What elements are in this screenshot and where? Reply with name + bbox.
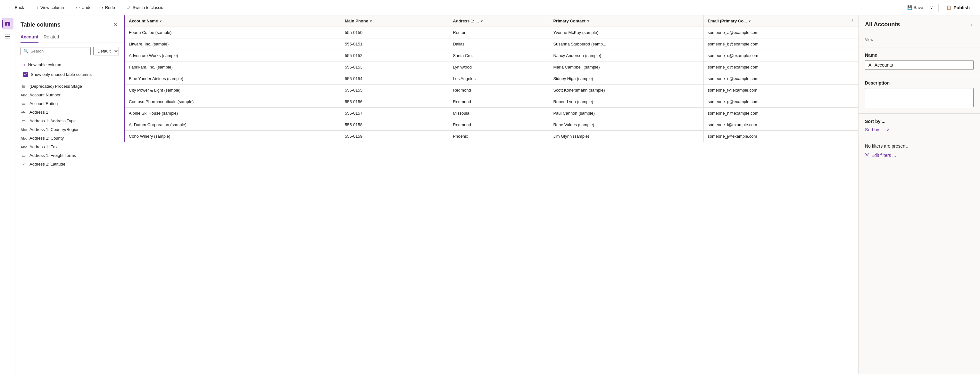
table-row[interactable]: Coho Winery (sample) 555-0159 Phoenix Ji… — [125, 131, 858, 142]
icon-bar-item-1 — [2, 18, 13, 30]
description-field-label: Description — [865, 80, 974, 86]
cell-email: someone_d@example.com — [704, 62, 858, 73]
edit-filters-label: Edit filters ... — [871, 153, 896, 158]
table-row[interactable]: City Power & Light (sample) 555-0155 Red… — [125, 84, 858, 96]
name-field-label: Name — [865, 52, 974, 58]
description-section: Description — [859, 75, 980, 114]
column-label: Address 1: Latitude — [29, 162, 65, 166]
redo-icon: ↪ — [99, 5, 103, 10]
cell-primary-contact: Scott Konersmann (sample) — [549, 84, 704, 96]
grid-icon: ⊞ — [21, 84, 27, 89]
table-row[interactable]: Adventure Works (sample) 555-0152 Santa … — [125, 50, 858, 62]
abc-icon: Abc — [21, 93, 27, 97]
table-row[interactable]: Fabrikam, Inc. (sample) 555-0153 Lynnwoo… — [125, 62, 858, 73]
switch-icon: ⤢ — [127, 5, 131, 10]
left-panel-header: Table columns ✕ — [15, 15, 124, 32]
cell-address: Redmond — [449, 84, 549, 96]
tab-account[interactable]: Account — [21, 32, 38, 43]
show-unused-row[interactable]: Show only unused table columns — [21, 70, 119, 78]
list-item[interactable]: Abc Account Number — [18, 90, 121, 99]
redo-button[interactable]: ↪ Redo — [96, 3, 118, 12]
default-dropdown[interactable]: Default — [93, 47, 119, 55]
list-item[interactable]: ▭ Account Rating — [18, 99, 121, 108]
view-column-button[interactable]: + View column — [33, 3, 67, 12]
close-panel-button[interactable]: ✕ — [112, 21, 119, 29]
table-columns-panel: Table columns ✕ Account Related 🔍 Defaul… — [15, 15, 124, 374]
cell-primary-contact: Jim Glynn (sample) — [549, 131, 704, 142]
edit-filters-button[interactable]: Edit filters ... — [865, 152, 896, 158]
column-header-account-name[interactable]: Account Name ∨ — [125, 15, 341, 27]
sort-by-section: Sort by ... Sort by ... ∨ — [859, 114, 980, 138]
table-row[interactable]: Litware, Inc. (sample) 555-0151 Dallas S… — [125, 38, 858, 50]
cell-account-name: Alpine Ski House (sample) — [125, 108, 341, 119]
save-dropdown-button[interactable]: ∨ — [928, 3, 936, 12]
close-icon: ✕ — [113, 22, 118, 27]
undo-button[interactable]: ↩ Undo — [73, 3, 95, 12]
cell-address: Phoenix — [449, 131, 549, 142]
num-icon: 123 — [21, 162, 27, 166]
expand-panel-button[interactable]: › — [969, 21, 974, 28]
right-panel: All Accounts › View Name Description Sor… — [858, 15, 980, 374]
list-item[interactable]: ▭ Address 1: Address Type — [18, 117, 121, 125]
switch-classic-button[interactable]: ⤢ Switch to classic — [124, 3, 166, 12]
sort-by-button[interactable]: Sort by ... ∨ — [865, 127, 889, 133]
table-row[interactable]: Alpine Ski House (sample) 555-0157 Misso… — [125, 108, 858, 119]
column-header-address[interactable]: Address 1: ... ∨ — [449, 15, 549, 27]
new-column-plus-icon: + — [23, 62, 25, 67]
no-filters-text: No filters are present. — [865, 143, 974, 149]
column-list[interactable]: ⊞ (Deprecated) Process Stage Abc Account… — [15, 81, 124, 374]
tab-related[interactable]: Related — [44, 32, 59, 43]
save-button[interactable]: 💾 Save — [904, 3, 926, 12]
cell-main-phone: 555-0154 — [341, 73, 449, 84]
toolbar-separator-4 — [938, 4, 939, 11]
back-button[interactable]: ← Back — [5, 3, 27, 12]
column-label: (Deprecated) Process Stage — [29, 84, 82, 89]
cell-primary-contact: Robert Lyon (sample) — [549, 96, 704, 108]
list-item[interactable]: ⊞ (Deprecated) Process Stage — [18, 82, 121, 90]
cell-email: someone_h@example.com — [704, 108, 858, 119]
toolbar-right: 💾 Save ∨ 📋 Publish — [904, 3, 975, 12]
list-item[interactable]: Abc Address 1: Fax — [18, 143, 121, 151]
cell-primary-contact: Paul Cannon (sample) — [549, 108, 704, 119]
list-item[interactable]: Abc Address 1: Country/Region — [18, 125, 121, 134]
publish-button[interactable]: 📋 Publish — [941, 3, 975, 12]
list-item[interactable]: Abc Address 1 — [18, 108, 121, 117]
search-input[interactable] — [30, 49, 88, 54]
cell-main-phone: 555-0159 — [341, 131, 449, 142]
view-section: View — [859, 32, 980, 48]
hamburger-icon-button[interactable] — [2, 31, 13, 42]
cell-account-name: City Power & Light (sample) — [125, 84, 341, 96]
list-item[interactable]: 123 Address 1: Latitude — [18, 160, 121, 168]
search-wrap: 🔍 — [21, 47, 91, 55]
table-row[interactable]: Contoso Pharmaceuticals (sample) 555-015… — [125, 96, 858, 108]
table-row[interactable]: Blue Yonder Airlines (sample) 555-0154 L… — [125, 73, 858, 84]
list-item[interactable]: Abc Address 1: County — [18, 134, 121, 143]
column-header-email[interactable]: Email (Primary Co... ∨ ⋮ — [704, 15, 858, 27]
save-chevron-icon: ∨ — [930, 5, 933, 10]
back-label: Back — [15, 5, 24, 10]
data-table: Account Name ∨ Main Phone ∨ Address 1: .… — [124, 15, 858, 142]
save-icon: 💾 — [907, 5, 912, 10]
name-input[interactable] — [865, 60, 974, 70]
column-actions: + New table column Show only unused tabl… — [15, 59, 124, 81]
show-unused-checkbox[interactable] — [23, 72, 28, 77]
hamburger-icon — [5, 35, 10, 38]
description-input[interactable] — [865, 88, 974, 107]
svg-rect-2 — [8, 23, 10, 25]
filters-section: No filters are present. Edit filters ... — [859, 138, 980, 163]
table-columns-icon-button[interactable] — [2, 18, 13, 30]
sort-by-label: Sort by ... — [865, 127, 884, 132]
column-header-main-phone[interactable]: Main Phone ∨ — [341, 15, 449, 27]
table-row[interactable]: A. Datum Corporation (sample) 555-0158 R… — [125, 119, 858, 131]
cell-main-phone: 555-0155 — [341, 84, 449, 96]
list-item[interactable]: ▭ Address 1: Freight Terms — [18, 151, 121, 160]
chevron-right-icon: › — [971, 22, 972, 27]
sort-chevron-icon: ∨ — [886, 127, 889, 132]
new-table-column-button[interactable]: + New table column — [21, 60, 119, 69]
cell-main-phone: 555-0152 — [341, 50, 449, 62]
abc-icon-2: Abc — [21, 128, 27, 132]
table-row[interactable]: Fourth Coffee (sample) 555-0150 Renton Y… — [125, 27, 858, 38]
cell-primary-contact: Nancy Anderson (sample) — [549, 50, 704, 62]
column-header-primary-contact[interactable]: Primary Contact ∨ — [549, 15, 704, 27]
cell-address: Missoula — [449, 108, 549, 119]
